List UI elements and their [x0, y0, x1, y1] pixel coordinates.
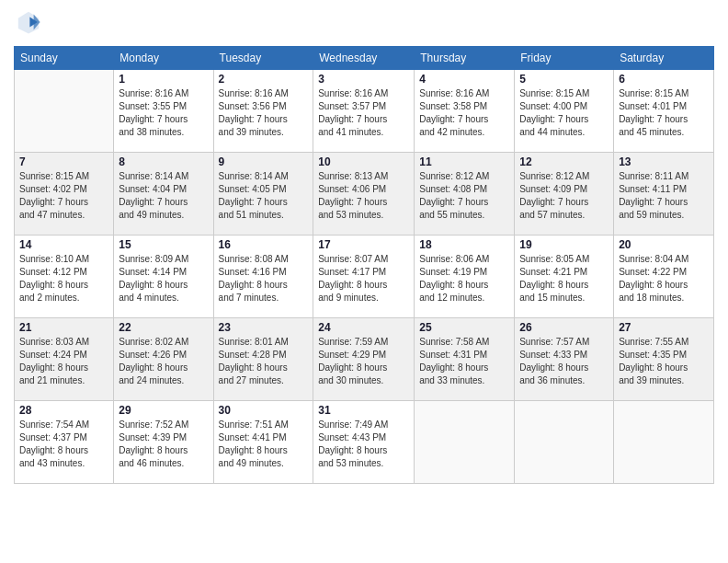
calendar-cell: 28Sunrise: 7:54 AM Sunset: 4:37 PM Dayli…: [15, 401, 114, 484]
day-number: 15: [119, 238, 208, 251]
day-info: Sunrise: 8:09 AM Sunset: 4:14 PM Dayligh…: [119, 253, 208, 304]
day-number: 30: [219, 404, 309, 417]
day-info: Sunrise: 8:02 AM Sunset: 4:26 PM Dayligh…: [119, 336, 208, 387]
calendar-cell: 17Sunrise: 8:07 AM Sunset: 4:17 PM Dayli…: [313, 236, 415, 318]
day-info: Sunrise: 8:08 AM Sunset: 4:16 PM Dayligh…: [219, 253, 309, 304]
calendar-cell: 12Sunrise: 8:12 AM Sunset: 4:09 PM Dayli…: [515, 153, 614, 236]
weekday-sunday: Sunday: [15, 47, 114, 70]
day-info: Sunrise: 7:58 AM Sunset: 4:31 PM Dayligh…: [419, 336, 509, 387]
calendar-week-row: 14Sunrise: 8:10 AM Sunset: 4:12 PM Dayli…: [15, 236, 714, 318]
calendar-cell: 7Sunrise: 8:15 AM Sunset: 4:02 PM Daylig…: [15, 153, 114, 236]
calendar-cell: 27Sunrise: 7:55 AM Sunset: 4:35 PM Dayli…: [614, 318, 714, 401]
day-info: Sunrise: 8:10 AM Sunset: 4:12 PM Dayligh…: [19, 253, 108, 304]
page: SundayMondayTuesdayWednesdayThursdayFrid…: [0, 0, 728, 563]
calendar-week-row: 28Sunrise: 7:54 AM Sunset: 4:37 PM Dayli…: [15, 401, 714, 484]
calendar-cell: 22Sunrise: 8:02 AM Sunset: 4:26 PM Dayli…: [114, 318, 213, 401]
calendar-cell: 24Sunrise: 7:59 AM Sunset: 4:29 PM Dayli…: [313, 318, 415, 401]
day-info: Sunrise: 7:55 AM Sunset: 4:35 PM Dayligh…: [619, 336, 709, 387]
header: [14, 9, 714, 39]
calendar-cell: 4Sunrise: 8:16 AM Sunset: 3:58 PM Daylig…: [415, 70, 515, 153]
calendar-cell: 8Sunrise: 8:14 AM Sunset: 4:04 PM Daylig…: [114, 153, 213, 236]
calendar-cell: 29Sunrise: 7:52 AM Sunset: 4:39 PM Dayli…: [114, 401, 213, 484]
day-number: 20: [619, 238, 709, 251]
calendar-week-row: 7Sunrise: 8:15 AM Sunset: 4:02 PM Daylig…: [15, 153, 714, 236]
calendar-cell: 15Sunrise: 8:09 AM Sunset: 4:14 PM Dayli…: [114, 236, 213, 318]
calendar-cell: 14Sunrise: 8:10 AM Sunset: 4:12 PM Dayli…: [15, 236, 114, 318]
calendar-cell: 19Sunrise: 8:05 AM Sunset: 4:21 PM Dayli…: [515, 236, 614, 318]
calendar-cell: 11Sunrise: 8:12 AM Sunset: 4:08 PM Dayli…: [415, 153, 515, 236]
day-number: 9: [219, 155, 309, 168]
calendar-cell: 2Sunrise: 8:16 AM Sunset: 3:56 PM Daylig…: [213, 70, 313, 153]
day-number: 7: [19, 155, 108, 168]
calendar-cell: 9Sunrise: 8:14 AM Sunset: 4:05 PM Daylig…: [213, 153, 313, 236]
day-info: Sunrise: 8:15 AM Sunset: 4:01 PM Dayligh…: [619, 87, 709, 139]
day-number: 16: [219, 238, 309, 251]
calendar-cell: 5Sunrise: 8:15 AM Sunset: 4:00 PM Daylig…: [515, 70, 614, 153]
weekday-header-row: SundayMondayTuesdayWednesdayThursdayFrid…: [15, 47, 714, 70]
calendar-cell: 20Sunrise: 8:04 AM Sunset: 4:22 PM Dayli…: [614, 236, 714, 318]
calendar-cell: 1Sunrise: 8:16 AM Sunset: 3:55 PM Daylig…: [114, 70, 213, 153]
calendar-cell: 10Sunrise: 8:13 AM Sunset: 4:06 PM Dayli…: [313, 153, 415, 236]
logo-icon: [16, 9, 41, 35]
day-number: 17: [318, 238, 409, 251]
calendar-cell: 18Sunrise: 8:06 AM Sunset: 4:19 PM Dayli…: [415, 236, 515, 318]
day-number: 4: [419, 73, 509, 86]
day-info: Sunrise: 8:16 AM Sunset: 3:57 PM Dayligh…: [318, 87, 409, 139]
calendar-cell: 21Sunrise: 8:03 AM Sunset: 4:24 PM Dayli…: [15, 318, 114, 401]
weekday-friday: Friday: [515, 47, 614, 70]
calendar-cell: 30Sunrise: 7:51 AM Sunset: 4:41 PM Dayli…: [213, 401, 313, 484]
day-number: 1: [119, 73, 208, 86]
calendar-cell: 26Sunrise: 7:57 AM Sunset: 4:33 PM Dayli…: [515, 318, 614, 401]
day-info: Sunrise: 8:16 AM Sunset: 3:56 PM Dayligh…: [219, 87, 309, 139]
day-number: 11: [419, 155, 509, 168]
weekday-monday: Monday: [114, 47, 213, 70]
day-number: 27: [619, 321, 709, 334]
weekday-wednesday: Wednesday: [313, 47, 415, 70]
day-info: Sunrise: 8:11 AM Sunset: 4:11 PM Dayligh…: [619, 170, 709, 222]
day-number: 22: [119, 321, 208, 334]
calendar-cell: 23Sunrise: 8:01 AM Sunset: 4:28 PM Dayli…: [213, 318, 313, 401]
day-number: 10: [318, 155, 409, 168]
day-info: Sunrise: 8:15 AM Sunset: 4:02 PM Dayligh…: [19, 170, 108, 222]
day-info: Sunrise: 8:06 AM Sunset: 4:19 PM Dayligh…: [419, 253, 509, 304]
day-number: 26: [519, 321, 609, 334]
day-info: Sunrise: 8:05 AM Sunset: 4:21 PM Dayligh…: [519, 253, 609, 304]
day-info: Sunrise: 8:16 AM Sunset: 3:55 PM Dayligh…: [119, 87, 208, 139]
day-number: 3: [318, 73, 409, 86]
calendar-cell: [515, 401, 614, 484]
calendar-cell: [614, 401, 714, 484]
day-info: Sunrise: 8:12 AM Sunset: 4:09 PM Dayligh…: [519, 170, 609, 222]
day-info: Sunrise: 8:16 AM Sunset: 3:58 PM Dayligh…: [419, 87, 509, 139]
calendar-cell: 6Sunrise: 8:15 AM Sunset: 4:01 PM Daylig…: [614, 70, 714, 153]
day-info: Sunrise: 8:03 AM Sunset: 4:24 PM Dayligh…: [19, 336, 108, 387]
day-number: 23: [219, 321, 309, 334]
day-number: 18: [419, 238, 509, 251]
calendar-cell: 31Sunrise: 7:49 AM Sunset: 4:43 PM Dayli…: [313, 401, 415, 484]
day-info: Sunrise: 8:13 AM Sunset: 4:06 PM Dayligh…: [318, 170, 409, 222]
day-info: Sunrise: 7:49 AM Sunset: 4:43 PM Dayligh…: [318, 419, 409, 470]
day-number: 14: [19, 238, 108, 251]
day-info: Sunrise: 8:15 AM Sunset: 4:00 PM Dayligh…: [519, 87, 609, 139]
day-info: Sunrise: 7:54 AM Sunset: 4:37 PM Dayligh…: [19, 419, 108, 470]
calendar-table: SundayMondayTuesdayWednesdayThursdayFrid…: [14, 46, 714, 484]
day-number: 19: [519, 238, 609, 251]
calendar-week-row: 21Sunrise: 8:03 AM Sunset: 4:24 PM Dayli…: [15, 318, 714, 401]
weekday-thursday: Thursday: [415, 47, 515, 70]
logo: [14, 9, 41, 39]
day-number: 13: [619, 155, 709, 168]
weekday-saturday: Saturday: [614, 47, 714, 70]
day-info: Sunrise: 8:12 AM Sunset: 4:08 PM Dayligh…: [419, 170, 509, 222]
calendar-cell: 13Sunrise: 8:11 AM Sunset: 4:11 PM Dayli…: [614, 153, 714, 236]
day-info: Sunrise: 8:04 AM Sunset: 4:22 PM Dayligh…: [619, 253, 709, 304]
day-info: Sunrise: 8:14 AM Sunset: 4:05 PM Dayligh…: [219, 170, 309, 222]
day-number: 8: [119, 155, 208, 168]
calendar-week-row: 1Sunrise: 8:16 AM Sunset: 3:55 PM Daylig…: [15, 70, 714, 153]
day-number: 29: [119, 404, 208, 417]
day-number: 24: [318, 321, 409, 334]
day-number: 2: [219, 73, 309, 86]
calendar-cell: 3Sunrise: 8:16 AM Sunset: 3:57 PM Daylig…: [313, 70, 415, 153]
calendar-cell: [415, 401, 515, 484]
calendar-cell: [15, 70, 114, 153]
day-info: Sunrise: 7:57 AM Sunset: 4:33 PM Dayligh…: [519, 336, 609, 387]
day-info: Sunrise: 7:51 AM Sunset: 4:41 PM Dayligh…: [219, 419, 309, 470]
